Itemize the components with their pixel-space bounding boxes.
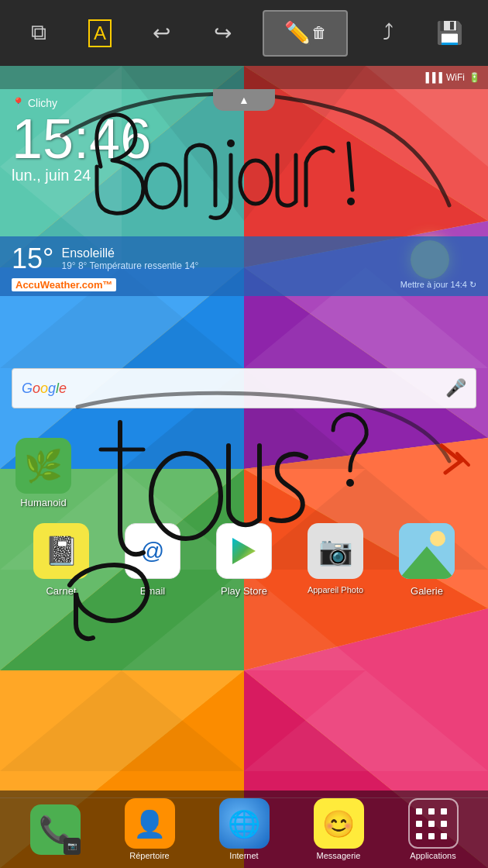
phone-icon-wrapper: 📞 📷 — [30, 804, 81, 855]
humanoid-app-label: Humanoid — [15, 497, 71, 508]
toolbar: ⧉ A ↩ ↪ ✏️ 🗑 ⤴ 💾 — [0, 0, 488, 66]
share-tool-button[interactable]: ⤴ — [367, 10, 410, 57]
wifi-icon: WiFi — [446, 72, 465, 83]
weather-bar-bottom: AccuWeather.com™ Mettre à jour 14:4 ↻ — [12, 278, 476, 291]
phone-dock-item[interactable]: 📞 📷 — [30, 804, 81, 855]
apps-grid-dot — [416, 833, 422, 839]
phone-badge-icon: 📷 — [67, 842, 77, 850]
playstore-app-item[interactable]: Play Store — [205, 523, 283, 597]
undo-icon: ↩ — [153, 20, 170, 46]
weather-info: Ensoleillé 19° 8° Température ressentie … — [61, 246, 198, 271]
chevron-up-icon: ▲ — [239, 94, 249, 106]
app-row-1: 📓 Carnet @ Email — [15, 523, 473, 597]
gallery-app-item[interactable]: Galerie — [388, 523, 466, 597]
redo-tool-button[interactable]: ↪ — [201, 10, 244, 57]
apps-grid-dot — [441, 833, 447, 839]
status-right: ▐▐▐ WiFi 🔋 — [422, 72, 480, 83]
weather-details: 19° 8° Température ressentie 14° — [61, 260, 198, 271]
pencil-icon: ✏️ — [284, 20, 311, 46]
humanoid-app-icon: 🌿 — [15, 438, 71, 494]
weather-update-time: Mettre à jour 14:4 ↻ — [400, 280, 476, 290]
messages-dock-item[interactable]: 😊 Messagerie — [314, 798, 364, 860]
weather-widget[interactable]: 15° Ensoleillé 19° 8° Température ressen… — [0, 236, 488, 296]
svg-point-32 — [430, 531, 445, 546]
dock: 📞 📷 👤 Répertoire 🌐 Internet 😊 Mess — [0, 790, 488, 868]
apps-grid-dot — [416, 808, 422, 815]
phone-badge: 📷 — [64, 838, 81, 855]
google-logo: Google — [22, 381, 67, 397]
camera-app-item[interactable]: 📷 Appareil Photo — [297, 523, 374, 594]
weather-top: 15° Ensoleillé 19° 8° Température ressen… — [12, 243, 476, 275]
internet-dock-label: Internet — [229, 851, 258, 860]
contacts-dock-item[interactable]: 👤 Répertoire — [125, 798, 175, 860]
camera-app-label: Appareil Photo — [308, 585, 363, 594]
weather-description: Ensoleillé — [61, 246, 198, 260]
pencil-eraser-tool-button[interactable]: ✏️ 🗑 — [263, 10, 348, 57]
apps-grid-dot — [428, 821, 435, 827]
battery-icon: 🔋 — [469, 72, 480, 83]
contacts-dock-label: Répertoire — [129, 851, 169, 860]
playstore-app-label: Play Store — [221, 585, 267, 597]
email-app-icon: @ — [125, 523, 180, 579]
apps-grid-dot — [441, 821, 447, 827]
gallery-app-label: Galerie — [411, 585, 443, 597]
copy-icon: ⧉ — [31, 20, 46, 46]
svg-marker-29 — [232, 538, 256, 564]
pull-tab[interactable]: ▲ — [213, 89, 275, 111]
carnet-app-icon: 📓 — [33, 523, 89, 579]
camera-app-icon: 📷 — [308, 523, 363, 579]
font-icon: A — [88, 19, 112, 47]
refresh-icon[interactable]: ↻ — [469, 280, 476, 289]
apps-dock-item[interactable]: Applications — [408, 798, 459, 860]
carnet-app-label: Carnet — [46, 585, 76, 597]
signal-icon: ▐▐▐ — [422, 72, 442, 83]
messages-dock-icon: 😊 — [314, 798, 364, 849]
font-tool-button[interactable]: A — [78, 10, 121, 57]
copy-tool-button[interactable]: ⧉ — [17, 10, 60, 57]
apps-grid-dot — [441, 808, 447, 815]
voice-search-button[interactable]: 🎤 — [445, 378, 466, 398]
pull-down-handle[interactable]: ▲ — [213, 89, 275, 111]
email-app-item[interactable]: @ Email — [114, 523, 191, 597]
google-search-bar[interactable]: Google 🎤 — [12, 368, 476, 408]
accuweather-logo: AccuWeather.com™ — [12, 278, 116, 291]
save-icon: 💾 — [436, 20, 463, 46]
save-tool-button[interactable]: 💾 — [428, 10, 471, 57]
playstore-logo-svg — [229, 536, 259, 567]
internet-dock-icon: 🌐 — [219, 798, 270, 849]
clock-date: lun., juin 24 — [12, 167, 476, 184]
weather-temperature: 15° — [12, 243, 53, 275]
apps-dock-label: Applications — [410, 851, 455, 860]
carnet-app-item[interactable]: 📓 Carnet — [22, 523, 100, 597]
clock-time: 15:46 — [12, 111, 476, 167]
undo-tool-button[interactable]: ↩ — [140, 10, 183, 57]
internet-dock-item[interactable]: 🌐 Internet — [219, 798, 270, 860]
phone-screen: ▐▐▐ WiFi 🔋 ▲ 📍 Clichy 15:46 lun., juin 2… — [0, 66, 488, 868]
apps-grid-dot — [428, 833, 435, 839]
status-bar: ▐▐▐ WiFi 🔋 — [0, 66, 488, 89]
gallery-app-icon — [399, 523, 455, 579]
contacts-dock-icon: 👤 — [125, 798, 175, 849]
apps-dock-icon — [408, 798, 459, 849]
messages-dock-label: Messagerie — [317, 851, 361, 860]
apps-grid-dot — [416, 821, 422, 827]
apps-grid-dot — [428, 808, 435, 815]
email-app-label: Email — [140, 585, 166, 597]
playstore-app-icon — [216, 523, 272, 579]
eraser-icon: 🗑 — [311, 24, 327, 42]
share-icon: ⤴ — [383, 21, 393, 46]
gallery-thumbnail-svg — [399, 523, 455, 579]
app-grid: 📓 Carnet @ Email — [0, 515, 488, 604]
humanoid-app-item[interactable]: 🌿 Humanoid — [15, 438, 71, 508]
redo-icon: ↪ — [214, 20, 232, 46]
